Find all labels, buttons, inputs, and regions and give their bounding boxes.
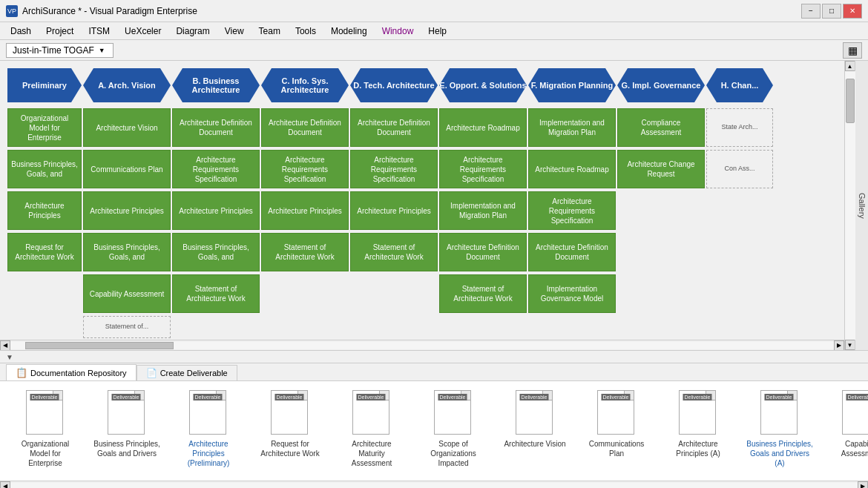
phase-h-change[interactable]: H. Chan... [706, 68, 773, 102]
card-impl-migration-f[interactable]: Implementation and Migration Plan [528, 108, 616, 147]
scroll-thumb-h[interactable] [25, 342, 174, 349]
gallery-button[interactable]: ▦ [843, 42, 862, 59]
deliverable-item-2[interactable]: Deliverable Architecture Principles (Pre… [175, 389, 242, 468]
card-org-model[interactable]: Organizational Model for Enterprise [7, 108, 82, 147]
phase-opport[interactable]: E. Opport. & Solutions [439, 68, 527, 102]
card-arch-req-spec-c[interactable]: Architecture Requirements Specification [261, 150, 349, 188]
menu-window[interactable]: Window [375, 24, 421, 38]
card-arch-roadmap-f[interactable]: Architecture Roadmap [528, 150, 616, 188]
card-arch-principles-d[interactable]: Architecture Principles [350, 191, 438, 230]
card-arch-def-doc-d[interactable]: Architecture Definition Document [350, 108, 438, 147]
deliverable-item-0[interactable]: Deliverable Organizational Model for Ent… [12, 389, 79, 468]
card-comms-plan[interactable]: Communications Plan [83, 150, 171, 188]
menu-modeling[interactable]: Modeling [323, 24, 375, 38]
deliverable-label-4: Architecture Maturity Assessment [338, 439, 405, 468]
card-impl-gov-model-f[interactable]: Implementation Governance Model [528, 274, 616, 313]
card-arch-def-doc-c[interactable]: Architecture Definition Document [261, 108, 349, 147]
scroll-down-button[interactable]: ▼ [845, 340, 855, 350]
deliverable-label-0: Organizational Model for Enterprise [12, 439, 79, 468]
menu-view[interactable]: View [217, 24, 251, 38]
gallery-label: Gallery [858, 193, 867, 219]
menu-tools[interactable]: Tools [288, 24, 323, 38]
doc-page-9: Deliverable [760, 390, 798, 435]
menu-project[interactable]: Project [39, 24, 81, 38]
bottom-scroll-right[interactable]: ▶ [858, 481, 868, 489]
deliverable-item-8[interactable]: Deliverable Architecture Principles (A) [665, 389, 731, 458]
gallery-side-panel[interactable]: Gallery [855, 61, 868, 350]
phase-arch-vision[interactable]: A. Arch. Vision [83, 68, 171, 102]
card-arch-principles-c[interactable]: Architecture Principles [261, 191, 349, 230]
deliverable-item-10[interactable]: Deliverable Capability Assessment [828, 389, 868, 458]
card-arch-def-doc-e[interactable]: Architecture Definition Document [439, 233, 527, 271]
horizontal-scrollbar[interactable]: ◀ ▶ [0, 340, 844, 350]
menu-dash[interactable]: Dash [3, 24, 39, 38]
card-arch-vision[interactable]: Architecture Vision [83, 108, 171, 147]
card-arch-def-doc-f[interactable]: Architecture Definition Document [528, 233, 616, 271]
card-impl-migration-e[interactable]: Implementation and Migration Plan [439, 191, 527, 230]
card-arch-principles-b[interactable]: Architecture Principles [172, 191, 260, 230]
bottom-h-scrollbar[interactable]: ◀ ▶ [0, 481, 868, 488]
phase-migration[interactable]: F. Migration Planning [528, 68, 616, 102]
breadcrumb-button[interactable]: Just-in-Time TOGAF ▼ [6, 43, 114, 58]
phase-business-arch[interactable]: B. Business Architecture [172, 68, 260, 102]
card-compliance-g[interactable]: Compliance Assessment [617, 108, 705, 147]
deliverables-scroll[interactable]: Deliverable Organizational Model for Ent… [0, 381, 868, 481]
card-arch-req-spec-d[interactable]: Architecture Requirements Specification [350, 150, 438, 188]
phase-preliminary[interactable]: Preliminary [7, 68, 82, 102]
card-capability-assessment[interactable]: Capability Assessment [83, 274, 171, 313]
card-statement-arch-b[interactable]: Statement of Architecture Work [172, 274, 260, 313]
scroll-thumb-v[interactable] [846, 79, 855, 123]
menu-uexceler[interactable]: UeXceler [117, 24, 168, 38]
doc-page-2: Deliverable [189, 390, 226, 435]
vertical-scrollbar[interactable]: ▲ ▼ [844, 61, 855, 350]
card-arch-roadmap-e[interactable]: Architecture Roadmap [439, 108, 527, 147]
deliverable-item-1[interactable]: Deliverable Business Principles, Goals a… [93, 389, 160, 458]
phase-info-sys[interactable]: C. Info. Sys. Architecture [261, 68, 349, 102]
minimize-button[interactable]: − [801, 4, 821, 19]
deliverable-item-4[interactable]: Deliverable Architecture Maturity Assess… [338, 389, 405, 468]
phase-impl-gov[interactable]: G. Impl. Governance [617, 68, 705, 102]
menu-diagram[interactable]: Diagram [168, 24, 217, 38]
close-button[interactable]: ✕ [843, 4, 862, 19]
card-arch-req-spec-b[interactable]: Architecture Requirements Specification [172, 150, 260, 188]
deliverable-item-7[interactable]: Deliverable Communications Plan [583, 389, 650, 458]
phase-tech-arch[interactable]: D. Tech. Architecture [350, 68, 438, 102]
menu-itsm[interactable]: ITSM [81, 24, 117, 38]
card-arch-change-g[interactable]: Architecture Change Request [617, 150, 705, 188]
bottom-scroll-left[interactable]: ◀ [0, 481, 10, 489]
collapse-button[interactable]: ▼ [3, 352, 16, 363]
card-statement-arch-d[interactable]: Statement of Architecture Work [350, 233, 438, 271]
card-statement-arch-e[interactable]: Statement of Architecture Work [439, 274, 527, 313]
deliverable-icon-0: Deliverable [24, 389, 66, 436]
scroll-right-button[interactable]: ▶ [834, 340, 844, 351]
deliverable-item-6[interactable]: Deliverable Architecture Vision [502, 389, 568, 449]
card-state-arch-h[interactable]: State Arch... [706, 108, 773, 147]
menu-help[interactable]: Help [421, 24, 454, 38]
doc-label-top-6: Deliverable [519, 394, 548, 400]
card-arch-req-spec-f[interactable]: Architecture Requirements Specification [528, 191, 616, 230]
card-statement-a[interactable]: Statement of... [83, 316, 171, 338]
card-biz-principles[interactable]: Business Principles, Goals, and [7, 150, 82, 188]
scroll-track-v [845, 71, 855, 340]
card-arch-principles-a[interactable]: Architecture Principles [83, 191, 171, 230]
card-arch-principles-pre[interactable]: Architecture Principles [7, 191, 82, 230]
scroll-up-button[interactable]: ▲ [845, 61, 855, 71]
tab-doc-repo[interactable]: 📋 Documentation Repository [6, 364, 137, 380]
deliverable-item-3[interactable]: Deliverable Request for Architecture Wor… [257, 389, 323, 458]
diagram-scroll-area[interactable]: Preliminary A. Arch. Vision B. Business … [0, 61, 844, 340]
card-arch-def-doc-b[interactable]: Architecture Definition Document [172, 108, 260, 147]
create-deliverable-button[interactable]: 📄 Create Deliverable [137, 365, 237, 380]
column-migration: Implementation and Migration Plan Archit… [528, 108, 616, 338]
card-con-ass-h[interactable]: Con Ass... [706, 150, 773, 188]
card-biz-principles-a[interactable]: Business Principles, Goals, and [83, 233, 171, 271]
breadcrumb-arrow: ▼ [99, 47, 105, 54]
deliverable-item-9[interactable]: Deliverable Business Principles, Goals a… [746, 389, 813, 468]
deliverable-item-5[interactable]: Deliverable Scope of Organizations Impac… [420, 389, 487, 468]
maximize-button[interactable]: □ [822, 4, 841, 19]
card-request-arch-work[interactable]: Request for Architecture Work [7, 233, 82, 271]
menu-team[interactable]: Team [251, 24, 288, 38]
scroll-left-button[interactable]: ◀ [0, 340, 10, 351]
card-biz-principles-b[interactable]: Business Principles, Goals, and [172, 233, 260, 271]
card-arch-req-spec-e[interactable]: Architecture Requirements Specification [439, 150, 527, 188]
card-statement-arch-c[interactable]: Statement of Architecture Work [261, 233, 349, 271]
